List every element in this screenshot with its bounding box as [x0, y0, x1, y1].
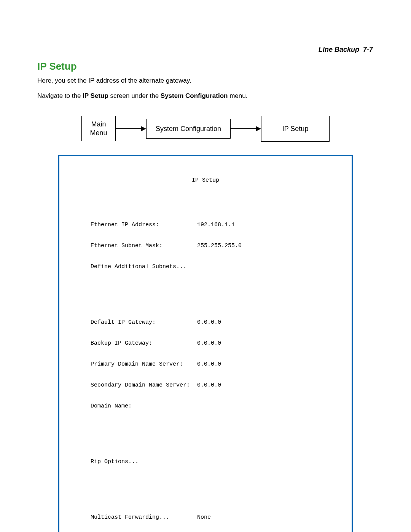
header-page: 7-7 [363, 46, 373, 53]
arrow-icon [231, 126, 261, 131]
terminal-row: Secondary Domain Name Server:0.0.0.0 [91, 382, 347, 389]
arrow-icon [116, 126, 146, 131]
diagram-box-main-menu: Main Menu [81, 116, 116, 141]
terminal-row: Default IP Gateway:0.0.0.0 [91, 319, 347, 326]
terminal-row: Ethernet Subnet Mask:255.255.255.0 [91, 243, 347, 249]
terminal-row: Backup IP Gateway:0.0.0.0 [91, 340, 347, 347]
header-section: Line Backup [319, 46, 359, 53]
terminal-row: Multicast Forwarding...None [91, 514, 347, 521]
intro-text: Here, you set the IP address of the alte… [37, 76, 374, 85]
terminal-row: Rip Options... [91, 459, 347, 465]
terminal-row: Define Additional Subnets... [91, 264, 347, 270]
nav-diagram: Main Menu System Configuration IP Setup [37, 116, 374, 142]
nav-instruction: Navigate to the IP Setup screen under th… [37, 91, 374, 101]
terminal-row: Domain Name: [91, 403, 347, 410]
terminal-screen: IP Setup Ethernet IP Address:192.168.1.1… [58, 155, 353, 532]
terminal-title: IP Setup [64, 177, 347, 184]
page-header: Line Backup 7-7 [37, 46, 374, 54]
terminal-row: Ethernet IP Address:192.168.1.1 [91, 222, 347, 228]
diagram-box-ip-setup: IP Setup [261, 116, 330, 142]
terminal-rows: Ethernet IP Address:192.168.1.1 Ethernet… [91, 208, 347, 532]
terminal-row: Primary Domain Name Server:0.0.0.0 [91, 361, 347, 368]
diagram-box-system-config: System Configuration [146, 119, 231, 139]
section-heading: IP Setup [37, 61, 374, 72]
